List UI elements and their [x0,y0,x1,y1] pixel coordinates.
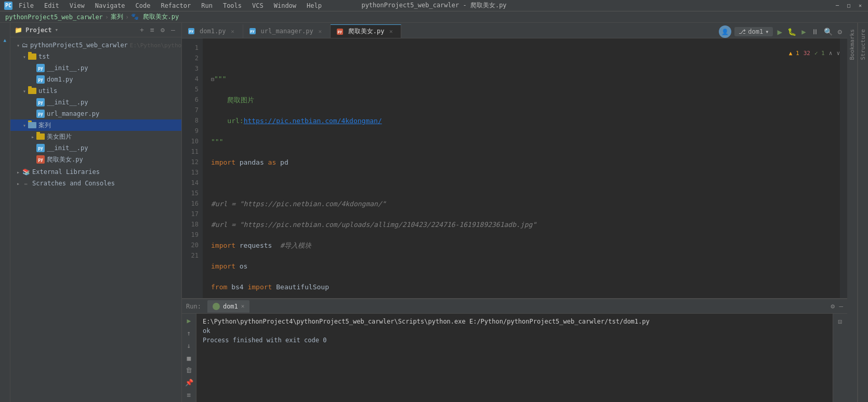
menu-help[interactable]: Help [305,1,324,10]
right-gutter [840,38,847,298]
run-clear-btn[interactable]: 🗑 [183,365,195,376]
tab-url-manager-label: url_manager.py [261,28,313,35]
title-bar-left: PC File Edit View Navigate Code Refactor… [4,1,324,10]
sidebar-title: 📁 Project ▾ [15,26,58,34]
menu-run[interactable]: Run [199,1,215,10]
editor-status: ▲ 1 32 ✓ 1 ∧ ∨ [789,50,840,57]
menu-code[interactable]: Code [134,1,153,10]
run-output-line-1: E:\Python\pythonProject4\pythonProject5_… [203,317,826,326]
tree-item-utils[interactable]: ▾ utils [10,85,181,97]
tree-item-url-manager[interactable]: ▸ py url_manager.py [10,108,181,119]
code-line-8: #url = "https://pic.netbian.com/4kdongma… [211,199,840,209]
close-button[interactable]: ✕ [857,2,864,9]
run-tab-dom1[interactable]: dom1 ✕ [207,300,250,313]
breadcrumb-file[interactable]: 🐾 爬取美女.py [131,12,179,21]
tab-dom1-close[interactable]: ✕ [229,28,236,35]
tab-dom1[interactable]: py dom1.py ✕ [182,24,243,38]
folder-icon-tst [28,53,36,60]
tree-item-dom1[interactable]: ▸ py dom1.py [10,74,181,85]
run-right-buttons: ⊡ [833,314,847,402]
run-settings-btn[interactable]: ⚙ [831,302,835,310]
tab-url-manager[interactable]: py url_manager.py ✕ [243,24,331,38]
tree-arrow-cases: ▾ [21,122,28,129]
sidebar-collapse-btn[interactable]: ≡ [148,26,156,34]
sidebar-close-btn[interactable]: – [169,26,177,34]
code-line-10: import requests #导入模块 [211,240,840,251]
coverage-toolbar-btn[interactable]: ▶ [800,28,807,36]
sidebar: 📁 Project ▾ + ≡ ⚙ – ▾ 🗂 pythonProject5_w [10,23,182,402]
menu-tools[interactable]: Tools [221,1,244,10]
run-stop-btn[interactable]: ■ [183,353,195,363]
run-tab-label: dom1 [223,303,238,310]
sidebar-dropdown[interactable]: ▾ [55,26,59,33]
tab-crawl-active[interactable]: py 爬取美女.py ✕ [331,24,402,38]
run-scroll-up-btn[interactable]: ↑ [183,328,195,339]
tab-crawl-close[interactable]: ✕ [387,28,394,35]
tree-item-utils-init[interactable]: ▸ py __init__.py [10,97,181,108]
sidebar-add-btn[interactable]: + [138,26,146,34]
run-expand-btn[interactable]: ⊡ [835,316,846,327]
run-scroll-down-btn[interactable]: ↓ [183,340,195,351]
py-icon-crawl: py [36,155,45,164]
expand-btn[interactable]: ∧ [829,50,833,57]
tab-dom1-label: dom1.py [200,28,226,35]
menu-refactor[interactable]: Refactor [159,1,193,10]
bookmarks-label[interactable]: Bookmarks [849,29,856,60]
menu-window[interactable]: Window [272,1,298,10]
run-close-btn[interactable]: – [839,302,843,310]
menu-edit[interactable]: Edit [42,1,61,10]
tree-item-root-path: E:\Python\pythonPr [130,42,181,49]
tree-item-cases-init[interactable]: ▸ py __init__.py [10,142,181,154]
search-toolbar-btn[interactable]: 🔍 [823,28,834,36]
minimize-button[interactable]: ─ [834,2,841,9]
folder-icon-beauty [36,133,45,140]
git-branch[interactable]: ⎇ dom1 ▾ [734,27,773,36]
tree-item-dom1-label: dom1.py [47,76,73,83]
tree-item-root-label: pythonProject5_web_carwler [30,42,128,49]
sidebar-actions: + ≡ ⚙ – [138,26,177,34]
tree-item-crawl-file[interactable]: ▸ py 爬取美女.py [10,154,181,165]
folder-icon-cases [28,122,36,128]
settings-toolbar-btn[interactable]: ⚙ [837,28,843,36]
sidebar-settings-btn[interactable]: ⚙ [159,26,167,34]
project-icon: 🗂 [22,42,28,49]
code-line-5: """ [211,137,840,147]
tree-item-cases[interactable]: ▾ 案列 [10,119,181,131]
title-bar: PC File Edit View Navigate Code Refactor… [0,0,868,11]
profile-toolbar-btn[interactable]: ⏸ [810,28,820,36]
tree-item-tst-init[interactable]: ▸ py __init__.py [10,62,181,74]
menu-file[interactable]: File [17,1,36,10]
breadcrumb-project[interactable]: pythonProject5_web_carwler [5,14,103,21]
run-output[interactable]: E:\Python\pythonProject4\pythonProject5_… [196,314,833,402]
sidebar-header: 📁 Project ▾ + ≡ ⚙ – [10,23,181,37]
menu-vcs[interactable]: VCS [250,1,266,10]
tree-arrow-tst: ▾ [21,53,28,60]
maximize-button[interactable]: □ [845,2,852,9]
run-play-btn[interactable]: ▶ [183,316,195,326]
tree-item-scratches-label: Scratches and Consoles [32,180,115,187]
code-line-9: #url = "https://pic.netbian.com/uploads/… [211,220,840,230]
code-line-4: url:https://pic.netbian.com/4kdongman/ [211,116,840,126]
code-content[interactable]: ⊟""" 爬取图片 url:https://pic.netbian.com/4k… [203,38,840,298]
tree-item-ext-libs[interactable]: ▸ 📚 External Libraries [10,166,181,178]
menu-view[interactable]: View [68,1,87,10]
run-tab-close[interactable]: ✕ [241,303,245,310]
tree-item-scratches[interactable]: ▸ ✏ Scratches and Consoles [10,178,181,189]
run-toolbar-btn[interactable]: ▶ [776,27,783,37]
tab-url-manager-close[interactable]: ✕ [317,28,324,35]
project-tab-btn[interactable]: ◀ [0,36,21,45]
run-pin-btn[interactable]: 📌 [183,378,195,388]
debug-toolbar-btn[interactable]: 🐛 [786,28,797,36]
collapse-btn[interactable]: ∨ [836,50,840,57]
breadcrumb-folder[interactable]: 案列 [111,12,123,21]
menu-navigate[interactable]: Navigate [93,1,127,10]
tree-item-beauty-pics[interactable]: ▸ 美女图片 [10,131,181,142]
ext-lib-icon: 📚 [22,168,30,176]
run-tree-btn[interactable]: ≡ [183,390,195,400]
structure-label[interactable]: Structure [860,29,866,60]
tree-item-root[interactable]: ▾ 🗂 pythonProject5_web_carwler E:\Python… [10,39,181,51]
breadcrumb-sep2: › [125,14,129,21]
run-label: Run: [186,303,205,310]
user-avatar[interactable]: 👤 [719,25,731,38]
tree-item-tst[interactable]: ▾ tst [10,51,181,62]
